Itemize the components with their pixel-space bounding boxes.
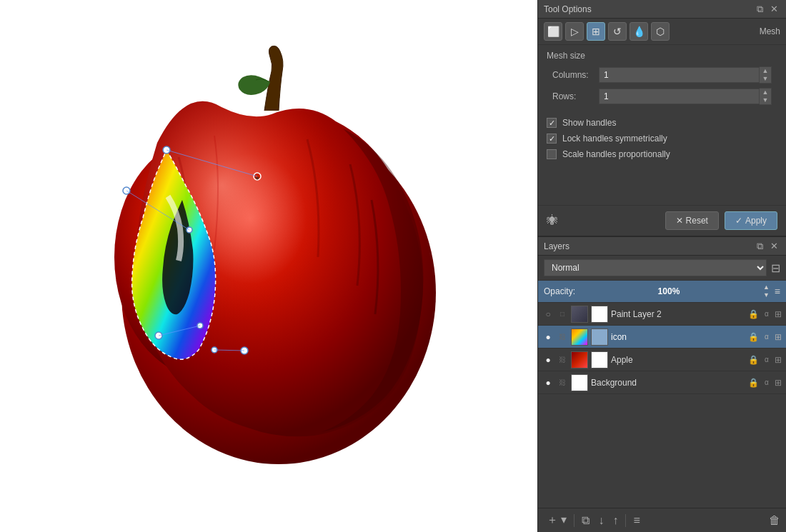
rows-row: Rows: ▲ ▼ <box>547 88 777 105</box>
bug-icon-button[interactable]: 🕷 <box>547 214 558 227</box>
opacity-decrement[interactable]: ▼ <box>762 291 770 299</box>
tool-options-close-button[interactable]: ✕ <box>768 4 780 14</box>
columns-increment[interactable]: ▲ <box>760 67 771 75</box>
opacity-menu-button[interactable]: ≡ <box>775 286 780 297</box>
reset-label: Reset <box>686 216 708 226</box>
lock-handles-row[interactable]: Lock handles symmetrically <box>538 131 786 146</box>
columns-spinners: ▲ ▼ <box>760 66 772 84</box>
apple-mask <box>591 351 608 368</box>
layers-panel: Layers ⧉ ✕ Normal Multiply Screen Overla… <box>538 237 786 532</box>
canvas-content[interactable] <box>0 0 537 532</box>
tool-free-button[interactable]: ▷ <box>565 22 584 41</box>
rows-input[interactable] <box>599 89 760 104</box>
paint-layer-2-chain[interactable]: □ <box>557 308 568 320</box>
paint-layer-2-mask <box>591 306 608 323</box>
icon-mask <box>591 328 608 346</box>
layers-list: ○ □ Paint Layer 2 🔒 α ⊞ ● ⛓ icon 🔒 α ⊞ <box>538 303 786 508</box>
show-handles-row[interactable]: Show handles <box>538 115 786 131</box>
layer-row-apple[interactable]: ● ⛓ Apple 🔒 α ⊞ <box>538 348 786 371</box>
opacity-spinners: ▲ ▼ <box>762 283 770 299</box>
opacity-increment[interactable]: ▲ <box>762 283 770 291</box>
icon-lock: 🔒 <box>748 332 759 342</box>
columns-input-wrap: ▲ ▼ <box>599 66 772 84</box>
columns-input[interactable] <box>599 67 760 83</box>
move-layer-up-button[interactable]: ↑ <box>610 513 621 528</box>
scale-handles-label: Scale handles proportionally <box>562 149 670 159</box>
layers-title: Layers <box>544 241 569 251</box>
mesh-size-section: Mesh size Columns: ▲ ▼ Rows: ▲ <box>538 45 786 115</box>
background-layer-name: Background <box>591 378 745 388</box>
tool-options-float-button[interactable]: ⧉ <box>755 4 765 14</box>
tool-options-title: Tool Options <box>544 4 592 14</box>
background-lock: 🔒 <box>748 378 759 388</box>
tool-mesh-button[interactable]: ⊞ <box>587 22 605 41</box>
layers-header: Layers ⧉ ✕ <box>538 237 786 256</box>
tool-options-header-icons: ⧉ ✕ <box>755 4 780 14</box>
apple-chain[interactable]: ⛓ <box>557 354 568 366</box>
tool-deform-button[interactable]: ↺ <box>608 22 627 41</box>
apple-visibility[interactable]: ● <box>542 354 554 366</box>
layers-float-button[interactable]: ⧉ <box>755 241 765 251</box>
reset-button[interactable]: ✕ Reset <box>665 211 719 230</box>
paint-layer-2-visibility[interactable]: ○ <box>542 308 554 320</box>
apply-button[interactable]: ✓ Apply <box>725 211 777 230</box>
background-alpha: α <box>762 378 772 386</box>
canvas-svg <box>0 0 537 532</box>
toolbar-sep-1 <box>574 514 574 527</box>
tool-cage-button[interactable]: ⬡ <box>651 22 670 41</box>
icon-chain[interactable]: ⛓ <box>557 331 568 343</box>
layer-properties-button[interactable]: ≡ <box>630 513 642 528</box>
delete-layer-button[interactable]: 🗑 <box>769 514 780 527</box>
tool-options-bottom-bar: 🕷 ✕ Reset ✓ Apply <box>538 205 786 236</box>
lock-handles-checkbox[interactable] <box>547 134 557 144</box>
opacity-label: Opacity: <box>544 286 575 296</box>
rows-input-wrap: ▲ ▼ <box>599 88 772 105</box>
rows-label: Rows: <box>552 91 599 101</box>
apply-icon: ✓ <box>735 216 742 226</box>
icon-visibility[interactable]: ● <box>542 331 554 343</box>
scale-handles-checkbox[interactable] <box>547 149 557 159</box>
rows-decrement[interactable]: ▼ <box>760 96 771 104</box>
right-panel: Tool Options ⧉ ✕ ⬜ ▷ ⊞ ↺ 💧 ⬡ Mesh Mesh s… <box>537 0 786 532</box>
paint-layer-2-lock: 🔒 <box>748 309 759 319</box>
apple-expand: ⊞ <box>775 355 782 365</box>
show-handles-label: Show handles <box>562 118 616 128</box>
columns-decrement[interactable]: ▼ <box>760 75 771 83</box>
scale-handles-row[interactable]: Scale handles proportionally <box>538 146 786 162</box>
show-handles-checkbox[interactable] <box>547 118 557 128</box>
paint-layer-2-expand: ⊞ <box>775 309 782 319</box>
tool-options-header: Tool Options ⧉ ✕ <box>538 0 786 19</box>
layers-header-icons: ⧉ ✕ <box>755 241 780 251</box>
reset-icon: ✕ <box>676 216 683 226</box>
icon-expand: ⊞ <box>775 332 782 342</box>
background-thumb <box>571 374 588 391</box>
columns-row: Columns: ▲ ▼ <box>547 66 777 84</box>
add-layer-button[interactable]: ＋ ▾ <box>544 511 569 529</box>
move-layer-down-button[interactable]: ↓ <box>595 513 607 528</box>
tool-liquid-button[interactable]: 💧 <box>630 22 648 41</box>
layer-row-background[interactable]: ● ⛓ Background 🔒 α ⊞ <box>538 371 786 394</box>
mesh-size-label: Mesh size <box>547 51 777 61</box>
layer-filter-button[interactable]: ⊟ <box>771 261 780 275</box>
layer-row-icon[interactable]: ● ⛓ icon 🔒 α ⊞ <box>538 326 786 348</box>
layer-row-paint-layer-2[interactable]: ○ □ Paint Layer 2 🔒 α ⊞ <box>538 303 786 326</box>
opacity-value: 100% <box>579 286 758 296</box>
paint-layer-2-thumb <box>571 306 588 323</box>
rows-increment[interactable]: ▲ <box>760 89 771 96</box>
opacity-row: Opacity: 100% ▲ ▼ ≡ <box>538 281 786 303</box>
tool-rect-button[interactable]: ⬜ <box>544 22 562 41</box>
blend-row: Normal Multiply Screen Overlay ⊟ <box>538 256 786 281</box>
icon-layer-name: icon <box>611 332 745 342</box>
duplicate-layer-button[interactable]: ⧉ <box>579 513 592 528</box>
tool-icons-row: ⬜ ▷ ⊞ ↺ 💧 ⬡ Mesh <box>538 19 786 45</box>
apple-alpha: α <box>762 356 772 363</box>
toolbar-sep-2 <box>625 514 626 527</box>
background-visibility[interactable]: ● <box>542 377 554 388</box>
lock-handles-label: Lock handles symmetrically <box>562 134 667 144</box>
apple-thumb <box>571 351 588 368</box>
apple-layer-name: Apple <box>611 355 745 365</box>
layers-close-button[interactable]: ✕ <box>768 241 780 251</box>
tool-options-panel: Tool Options ⧉ ✕ ⬜ ▷ ⊞ ↺ 💧 ⬡ Mesh Mesh s… <box>538 0 786 237</box>
blend-mode-select[interactable]: Normal Multiply Screen Overlay <box>544 259 767 276</box>
background-chain[interactable]: ⛓ <box>557 377 568 388</box>
